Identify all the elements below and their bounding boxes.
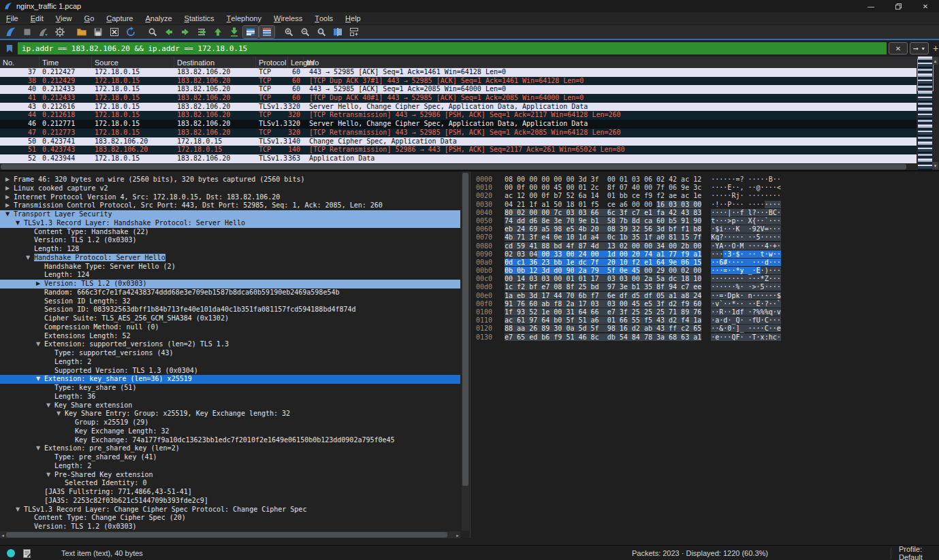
layout-columns-icon[interactable]: [347, 26, 362, 38]
capture-comment-icon[interactable]: [23, 549, 31, 558]
column-header-length[interactable]: Length: [288, 56, 304, 68]
scroll-left-icon[interactable]: ◀: [0, 533, 5, 538]
detail-tree-row[interactable]: ▶Frame 46: 320 bytes on wire (2560 bits)…: [0, 176, 460, 184]
hex-row[interactable]: 004080 02 00 00 7c 03 03 66 6c 3f c7 e1 …: [471, 209, 939, 217]
collapse-arrow-icon[interactable]: ▼: [36, 444, 40, 453]
packet-row[interactable]: 460.212771172.18.0.15183.82.106.20TLSv1.…: [0, 120, 917, 129]
hex-row[interactable]: 00c000 14 03 03 00 01 01 17 03 03 00 2a …: [471, 275, 939, 283]
hex-row[interactable]: 0130e7 65 ed b6 f9 51 46 8c db 54 84 78 …: [471, 333, 939, 342]
hex-row[interactable]: 0020ac 12 00 0f b7 52 6a 14 01 bb ce f9 …: [471, 192, 939, 200]
find-packet-icon[interactable]: [145, 26, 160, 38]
packet-list-scrollbar[interactable]: ▲ ▼: [917, 56, 939, 170]
detail-tree-row[interactable]: ▼Extension: pre_shared_key (len=2): [0, 444, 460, 453]
menu-file[interactable]: File: [0, 12, 25, 24]
detail-tree-row[interactable]: ▶Version: TLS 1.2 (0x0303): [0, 280, 460, 289]
packet-row[interactable]: 520.423944172.18.0.15183.82.106.20TLSv1.…: [0, 154, 917, 163]
detail-tree-row[interactable]: ▼Pre-Shared Key extension: [0, 471, 460, 480]
expand-arrow-icon[interactable]: ▶: [36, 280, 40, 289]
capture-options-icon[interactable]: [52, 26, 67, 38]
scrollbar-thumb[interactable]: [917, 59, 934, 91]
detail-tree-row[interactable]: Compression Method: null (0): [0, 323, 460, 332]
packet-row[interactable]: 400.212433172.18.0.15183.82.106.20TCP604…: [0, 85, 917, 94]
display-filter-input[interactable]: ip.addr == 183.82.106.20 && ip.addr == 1…: [18, 42, 887, 54]
detail-tree-row[interactable]: ▼Key Share extension: [0, 401, 460, 410]
detail-tree-row[interactable]: ▼Handshake Protocol: Server Hello: [0, 254, 460, 263]
detail-tree-row[interactable]: Type: pre_shared_key (41): [0, 453, 460, 462]
save-file-icon[interactable]: [91, 26, 106, 38]
detail-tree-row[interactable]: ▼Extension: key_share (len=36) x25519: [0, 375, 460, 384]
filter-bookmark-icon[interactable]: [1, 42, 18, 55]
hex-row[interactable]: 00f091 76 60 ab f8 2a 17 03 03 00 45 e5 …: [471, 300, 939, 308]
detail-tree-row[interactable]: Key Exchange Length: 32: [0, 427, 460, 436]
hex-row[interactable]: 005074 dd d6 8e 3e 70 9e b1 58 7b 8d ca …: [471, 217, 939, 225]
collapse-arrow-icon[interactable]: ▼: [46, 471, 50, 480]
hex-row[interactable]: 00b00b 0b 12 3d d0 90 2a 79 5f 0e 45 00 …: [471, 267, 939, 275]
detail-tree-row[interactable]: Length: 2: [0, 358, 460, 367]
collapse-arrow-icon[interactable]: ▼: [5, 210, 10, 219]
column-header-source[interactable]: Source: [92, 56, 174, 68]
expand-arrow-icon[interactable]: ▶: [5, 184, 10, 193]
close-button[interactable]: ✕: [912, 0, 939, 12]
last-packet-icon[interactable]: [227, 26, 242, 38]
menu-tools[interactable]: Tools: [308, 12, 339, 24]
stop-capture-icon[interactable]: [20, 26, 35, 38]
resize-columns-icon[interactable]: [330, 26, 345, 38]
hex-row[interactable]: 001000 0f 00 00 45 00 01 2c 8f 07 40 00 …: [471, 184, 939, 192]
menu-wireless[interactable]: Wireless: [268, 12, 308, 24]
expand-arrow-icon[interactable]: ▶: [5, 193, 10, 202]
detail-tree-row[interactable]: Type: supported_versions (43): [0, 349, 460, 358]
menu-analyze[interactable]: Analyze: [139, 12, 178, 24]
detail-tree-row[interactable]: Version: TLS 1.2 (0x0303): [0, 236, 460, 245]
collapse-arrow-icon[interactable]: ▼: [57, 410, 61, 418]
detail-tree-row[interactable]: Version: TLS 1.2 (0x0303): [0, 523, 460, 531]
restore-button[interactable]: [885, 0, 912, 12]
menu-view[interactable]: View: [50, 12, 78, 24]
hex-row[interactable]: 000008 00 00 00 00 00 3d 3f 00 01 03 06 …: [471, 176, 939, 184]
detail-tree-row[interactable]: Session ID: 083932563dbff1b84b713fe40e10…: [0, 306, 460, 314]
column-header-time[interactable]: Time: [39, 56, 92, 68]
open-file-icon[interactable]: [74, 26, 89, 38]
collapse-arrow-icon[interactable]: ▼: [16, 506, 20, 514]
menu-help[interactable]: Help: [339, 12, 367, 24]
filter-add-button[interactable]: +: [933, 43, 938, 54]
next-packet-icon[interactable]: [178, 26, 193, 38]
detail-tree-row[interactable]: Key Exchange: 74a177f9a10dc13623bb1edc7f…: [0, 436, 460, 445]
hex-row[interactable]: 0080cd 59 41 88 bd 4f 87 4d 13 02 00 00 …: [471, 242, 939, 250]
detail-tree-row[interactable]: Selected Identity: 0: [0, 479, 460, 488]
zoom-reset-icon[interactable]: 1:1: [314, 26, 329, 38]
detail-tree-row[interactable]: Group: x25519 (29): [0, 418, 460, 427]
detail-hscrollbar[interactable]: ◀ ▶: [0, 531, 460, 538]
first-packet-icon[interactable]: [210, 26, 225, 38]
auto-scroll-icon[interactable]: [259, 26, 274, 38]
detail-tree-row[interactable]: ▼Transport Layer Security: [0, 210, 460, 219]
detail-tree-row[interactable]: Random: 666c3fc7e1fa42438374ddd68e3e709e…: [0, 289, 460, 297]
detail-tree-row[interactable]: Length: 2: [0, 462, 460, 471]
filter-apply-button[interactable]: ➞▼: [910, 42, 929, 54]
menu-statistics[interactable]: Statistics: [178, 12, 221, 24]
collapse-arrow-icon[interactable]: ▼: [46, 401, 50, 410]
detail-vscrollbar[interactable]: [462, 171, 469, 531]
detail-tree-row[interactable]: ▼TLSv1.3 Record Layer: Change Cipher Spe…: [0, 506, 460, 514]
hex-row[interactable]: 012088 aa 26 89 30 0a 5d 5f 98 16 d2 ab …: [471, 325, 939, 333]
detail-tree-row[interactable]: ▼Extension: supported_versions (len=2) T…: [0, 340, 460, 349]
hex-row[interactable]: 009002 03 04 00 33 00 24 00 1d 00 20 74 …: [471, 250, 939, 259]
detail-tree-row[interactable]: [JA3S: 2253c82f03b621c5144709b393fde2c9]: [0, 497, 460, 506]
detail-tree-row[interactable]: Cipher Suite: TLS_AES_256_GCM_SHA384 (0x…: [0, 314, 460, 323]
detail-tree-row[interactable]: Content Type: Handshake (22): [0, 228, 460, 237]
column-header-no[interactable]: No.: [0, 56, 39, 68]
hex-row[interactable]: 00e01a eb 3d 17 44 70 6b f7 6e df d5 df …: [471, 292, 939, 300]
start-capture-icon[interactable]: [3, 26, 18, 38]
menu-go[interactable]: Go: [78, 12, 101, 24]
packet-row[interactable]: 510.423743183.82.106.20172.18.0.15TCP140…: [0, 146, 917, 154]
hex-row[interactable]: 003004 21 1f a1 50 18 01 f5 ce a6 00 00 …: [471, 201, 939, 209]
hex-row[interactable]: 00704b 71 3f e4 0e 10 1d a4 0c 1b 35 1f …: [471, 233, 939, 242]
collapse-arrow-icon[interactable]: ▼: [26, 254, 30, 263]
packet-row[interactable]: 440.212618172.18.0.15183.82.106.20TCP320…: [0, 111, 917, 120]
collapse-arrow-icon[interactable]: ▼: [16, 219, 20, 228]
scroll-down-icon[interactable]: ▼: [932, 162, 938, 169]
go-to-packet-icon[interactable]: [194, 26, 209, 38]
expert-info-icon[interactable]: [7, 549, 15, 557]
detail-tree-row[interactable]: ▼TLSv1.3 Record Layer: Handshake Protoco…: [0, 219, 460, 228]
detail-tree-row[interactable]: Session ID Length: 32: [0, 297, 460, 306]
restart-capture-icon[interactable]: [36, 26, 51, 38]
